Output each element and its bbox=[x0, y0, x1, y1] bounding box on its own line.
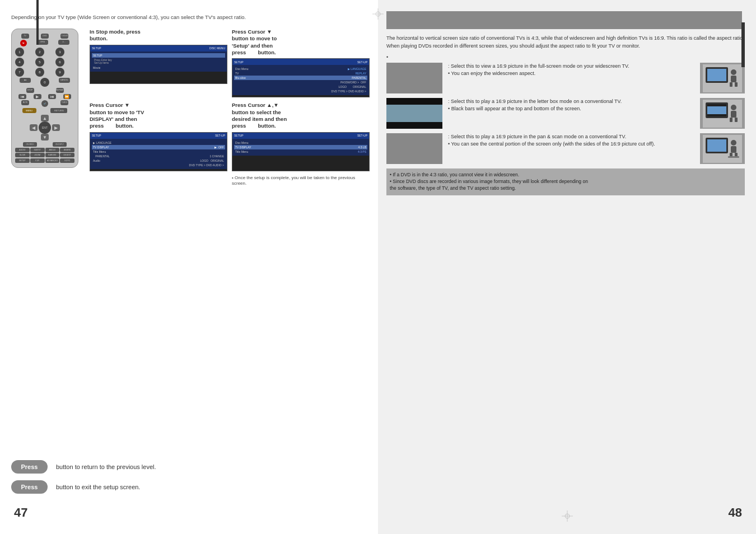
screen-4-body: Disc Menu TV DISPLAY4:3 LB Title Menu4:3… bbox=[232, 139, 369, 156]
menu-button[interactable]: MENU bbox=[22, 108, 36, 113]
numbers-button[interactable]: 1/→ bbox=[58, 40, 69, 45]
num-4[interactable]: 4 bbox=[15, 58, 24, 67]
on-screen-button[interactable]: ON SRCH bbox=[23, 142, 37, 147]
s2-logo: LOGO ORIGINAL bbox=[234, 85, 367, 89]
slow-button[interactable]: SLOW bbox=[15, 153, 30, 157]
enter-button[interactable]: ENT bbox=[39, 121, 51, 134]
svg-rect-5 bbox=[730, 82, 732, 87]
aspect-image-3 bbox=[700, 133, 745, 164]
zoom-button[interactable]: ZOOM bbox=[30, 153, 45, 157]
aspect-person-1 bbox=[703, 64, 742, 92]
screen-4: SETUP SET-UP Disc Menu TV DISPLAY4:3 LB … bbox=[232, 132, 370, 171]
cancel-button[interactable]: CANCEL bbox=[59, 78, 70, 83]
remote-power-row: ⏻ OPEN 1/→ bbox=[15, 40, 74, 46]
screen-1-item-setup: SETUP bbox=[92, 53, 225, 58]
digest-button[interactable]: DIGEST bbox=[60, 153, 74, 157]
s2-tv: TVREPLAY bbox=[234, 71, 367, 76]
num-0[interactable]: 0 bbox=[40, 78, 49, 87]
stop-button[interactable]: STOP bbox=[26, 88, 34, 93]
svg-rect-15 bbox=[730, 118, 732, 122]
num-3[interactable]: 3 bbox=[55, 48, 64, 57]
left-arrow[interactable]: ◀ bbox=[30, 124, 38, 131]
ff-button[interactable]: ⏩ bbox=[63, 94, 71, 99]
setup-btn[interactable]: SETUP bbox=[15, 158, 30, 163]
bottom-crosshair bbox=[562, 510, 573, 523]
top-description: Depending on your TV type (Wide Screen o… bbox=[11, 14, 370, 20]
aspect-2-subtitle: • Black bars will appear at the top and … bbox=[448, 106, 581, 111]
karaoke-button[interactable]: KAROKE bbox=[45, 153, 60, 157]
svg-point-3 bbox=[731, 69, 736, 75]
audio-button[interactable]: AUDIO bbox=[15, 148, 30, 152]
svg-rect-14 bbox=[731, 111, 736, 118]
power-button[interactable]: ⏻ bbox=[20, 40, 27, 46]
dvd-button[interactable]: DVD bbox=[41, 34, 49, 39]
next-button[interactable]: ⏭ bbox=[48, 94, 56, 99]
note-line-1: • If a DVD is in the 4:3 ratio, you cann… bbox=[390, 172, 519, 177]
remote-control: TV DVD TV/DVD ⏻ OPEN 1/→ 1 2 3 4 bbox=[11, 29, 78, 168]
down-arrow[interactable]: ▼ bbox=[41, 134, 49, 140]
right-margin-bar bbox=[741, 22, 745, 67]
advanced-btn[interactable]: ADVANCED bbox=[45, 158, 60, 163]
bookmark-button[interactable]: BKMRK bbox=[60, 148, 74, 152]
aspect-color-2 bbox=[386, 98, 442, 129]
play-button[interactable]: ▶ bbox=[34, 94, 41, 99]
aspect-3-subtitle: • You can see the central portion of the… bbox=[448, 141, 655, 147]
s3-parental: PARENTAL1 CHANGE bbox=[92, 154, 225, 158]
mute-button[interactable]: MUTE bbox=[21, 100, 29, 105]
svg-rect-6 bbox=[735, 82, 738, 87]
screen-1-hint: Press Enter keySet-Up Items bbox=[92, 58, 225, 65]
once-note: • Once the setup is complete, you will b… bbox=[232, 175, 370, 187]
s4-title: Title Menu4:3 PS bbox=[234, 149, 367, 154]
screen-1: SETUP DISC MENU SETUP Press Enter keySet… bbox=[90, 45, 227, 84]
aspect-text-1: : Select this to view a 16:9 picture in … bbox=[448, 63, 694, 77]
up-arrow[interactable]: ▲ bbox=[41, 115, 49, 121]
screen-2-header: SETUP SET-UP bbox=[232, 59, 369, 65]
goto-btn[interactable]: GOTO bbox=[60, 158, 74, 163]
s3-title-menu: Title Menu bbox=[92, 149, 225, 154]
tv-button[interactable]: TV bbox=[21, 34, 29, 39]
svg-rect-16 bbox=[735, 118, 738, 122]
open-close-button[interactable]: OPEN bbox=[37, 40, 48, 45]
right-arrow[interactable]: ▶ bbox=[52, 124, 60, 131]
num-9[interactable]: 9 bbox=[55, 68, 64, 77]
svg-rect-24 bbox=[728, 156, 739, 158]
subtitle-button[interactable]: SUBTIT bbox=[30, 148, 45, 152]
page-number-right: 48 bbox=[729, 505, 742, 520]
prev-button[interactable]: ⏮ bbox=[18, 94, 26, 99]
on-display-button[interactable]: ON DSPLY bbox=[53, 142, 67, 147]
angle-button[interactable]: ANGLE bbox=[45, 148, 60, 152]
svg-rect-11 bbox=[707, 114, 726, 116]
vol-button[interactable]: 🔊 bbox=[41, 100, 48, 107]
aspect-image-1 bbox=[700, 63, 745, 93]
svg-rect-4 bbox=[731, 76, 736, 82]
s2-password: PASSWORD > OFF bbox=[234, 80, 367, 85]
press-menu-button[interactable]: Press bbox=[11, 480, 48, 494]
num-2[interactable]: 2 bbox=[35, 48, 44, 57]
num-1[interactable]: 1 bbox=[15, 48, 24, 57]
remote-misc-row: ⏮ 0 CANCEL bbox=[15, 78, 74, 87]
press-return-button[interactable]: Press bbox=[11, 460, 48, 474]
aspect-text-2: : Select this to play a 16:9 picture in … bbox=[448, 98, 694, 112]
num-6[interactable]: 6 bbox=[55, 58, 64, 67]
aspect-image-2 bbox=[700, 98, 745, 129]
return-button[interactable]: RETURN bbox=[50, 108, 67, 113]
right-header-bar bbox=[386, 11, 742, 29]
repeat-button[interactable]: REPEAT bbox=[56, 88, 64, 93]
s2-disc-menu: Disc Menu▶ LANGUAGE bbox=[234, 67, 367, 71]
num-7[interactable]: 7 bbox=[15, 68, 24, 77]
clr-btn[interactable]: CLR bbox=[30, 158, 45, 163]
vol-row: MUTE 🔊 TV/BCK bbox=[15, 100, 74, 107]
s2-parental: Blu-slicePARENTAL bbox=[234, 76, 367, 80]
note-line-2: • Since DVD discs are recorded in variou… bbox=[390, 179, 588, 184]
num-5[interactable]: 5 bbox=[35, 58, 44, 67]
transport-row: STOP REPEAT bbox=[15, 88, 74, 93]
tv-dvd-button[interactable]: TV/DVD bbox=[60, 34, 68, 39]
num-8[interactable]: 8 bbox=[35, 68, 44, 77]
screen-1-body: SETUP Press Enter keySet-Up Items Movie bbox=[90, 51, 227, 72]
nav-cross: ▲ ◀ ENT ▶ ▼ bbox=[15, 115, 74, 140]
search-button[interactable]: ⏮ bbox=[20, 78, 31, 83]
s3-language: ▶ LANGUAGE bbox=[92, 140, 225, 145]
tv-back-button[interactable]: TV/BCK bbox=[60, 100, 68, 105]
screen-3-header: SETUP SET-UP bbox=[90, 133, 227, 139]
step-3-block: Press Cursor ▼button to move to 'TVDISPL… bbox=[90, 102, 227, 186]
